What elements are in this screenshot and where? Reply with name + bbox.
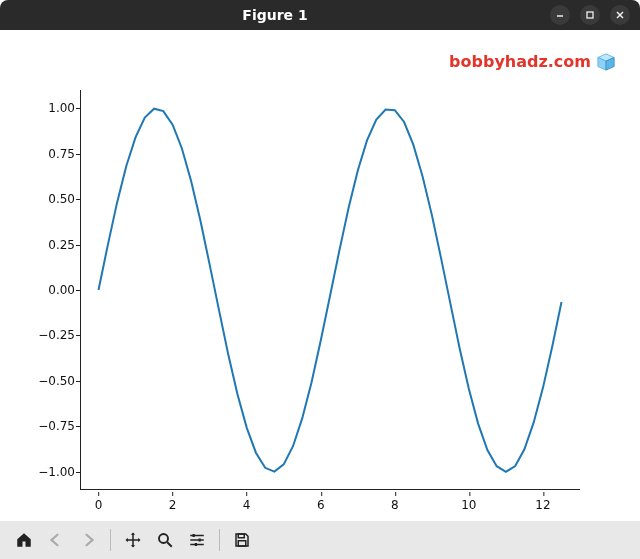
home-button[interactable] [10, 526, 38, 554]
svg-rect-16 [238, 541, 246, 546]
window-buttons [550, 5, 640, 25]
watermark-text: bobbyhadz.com [449, 52, 591, 71]
y-tick-label: 0.75 [30, 147, 75, 161]
x-tick-label: 12 [535, 498, 550, 512]
y-tick-label: −0.75 [30, 419, 75, 433]
x-tick-label: 4 [243, 498, 251, 512]
y-tick-label: −0.50 [30, 374, 75, 388]
y-tick-label: 0.00 [30, 283, 75, 297]
save-icon [233, 531, 251, 549]
watermark: bobbyhadz.com [449, 52, 615, 71]
forward-button[interactable] [74, 526, 102, 554]
svg-point-7 [159, 534, 168, 543]
x-tick-label: 0 [95, 498, 103, 512]
x-tick-label: 8 [391, 498, 399, 512]
maximize-button[interactable] [580, 5, 600, 25]
toolbar-separator [110, 529, 111, 551]
x-tick-label: 2 [169, 498, 177, 512]
y-tick-label: −0.25 [30, 328, 75, 342]
svg-rect-12 [199, 539, 201, 542]
svg-rect-1 [587, 12, 593, 18]
line-plot [80, 90, 580, 490]
back-button[interactable] [42, 526, 70, 554]
y-tick-label: 0.25 [30, 238, 75, 252]
window-title: Figure 1 [0, 7, 550, 23]
close-button[interactable] [610, 5, 630, 25]
svg-rect-14 [195, 543, 197, 546]
svg-line-8 [167, 542, 172, 547]
y-tick-label: 1.00 [30, 101, 75, 115]
window: Figure 1 bobbyhadz.com [0, 0, 640, 559]
pan-icon [124, 531, 142, 549]
plot-area: −1.00−0.75−0.50−0.250.000.250.500.751.00… [80, 90, 580, 490]
y-tick-label: 0.50 [30, 192, 75, 206]
configure-button[interactable] [183, 526, 211, 554]
toolbar-separator [219, 529, 220, 551]
minimize-button[interactable] [550, 5, 570, 25]
x-tick-label: 10 [461, 498, 476, 512]
maximize-icon [585, 10, 595, 20]
zoom-icon [156, 531, 174, 549]
home-icon [15, 531, 33, 549]
figure-canvas[interactable]: bobbyhadz.com −1.00−0.75−0.50−0.250.000.… [0, 30, 640, 521]
titlebar: Figure 1 [0, 0, 640, 30]
pan-button[interactable] [119, 526, 147, 554]
zoom-button[interactable] [151, 526, 179, 554]
minimize-icon [555, 10, 565, 20]
save-button[interactable] [228, 526, 256, 554]
svg-rect-10 [193, 534, 195, 537]
y-tick-label: −1.00 [30, 465, 75, 479]
close-icon [615, 10, 625, 20]
matplotlib-toolbar [0, 521, 640, 559]
svg-rect-15 [238, 534, 244, 538]
forward-icon [79, 531, 97, 549]
cube-icon [597, 53, 615, 71]
back-icon [47, 531, 65, 549]
x-tick-label: 6 [317, 498, 325, 512]
sliders-icon [188, 531, 206, 549]
